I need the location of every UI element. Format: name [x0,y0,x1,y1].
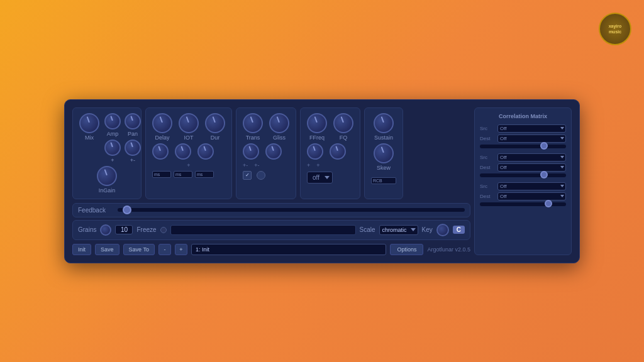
logo-line2: music [609,29,622,35]
delay-plus: + [152,162,225,168]
delay2-knob-group [152,143,169,160]
corr-row-1-dest: Dest Off [480,134,566,143]
pan-knob[interactable] [125,113,141,129]
mix-knob[interactable] [79,113,99,133]
fq-knob[interactable] [333,113,353,133]
delay-unit1[interactable]: ms [152,171,171,178]
plus-label: + [111,157,114,163]
corr-dest-label-1: Dest [480,136,495,141]
delay-unit3[interactable]: ms [195,171,214,178]
corr-group-3: Src Off Dest Off [480,182,566,206]
feedback-grains-area: Feedback Grains 10 Freeze [72,203,470,240]
gliss2-knob[interactable] [265,143,282,160]
ffreq2-knob[interactable] [307,143,323,160]
scale-label: Scale [360,226,375,233]
ffreq-knob-group: FFreq [307,113,327,141]
ingain-knob[interactable] [97,166,117,186]
trans-knob[interactable] [243,113,263,133]
corr-dest-dropdown-3[interactable]: Off [497,192,566,200]
gliss2-knob-group [265,143,282,160]
corr-row-3-src: Src Off [480,182,566,190]
iot-knob[interactable] [179,113,199,133]
ingain2-knob[interactable] [104,140,121,156]
corr-slider-thumb-2[interactable] [540,171,548,178]
dur2-knob-group [197,143,214,160]
corr-group-2: Src Off Dest Off [480,153,566,177]
trans-knob-group: Trans [243,113,263,141]
corr-slider-thumb-3[interactable] [545,200,552,207]
trans-circle[interactable] [257,171,265,180]
ingain3-knob[interactable] [125,140,141,156]
corr-dest-dropdown-2[interactable]: Off [497,163,566,172]
delay2-knob[interactable] [152,143,169,160]
ffreq-plus: + [307,162,310,168]
feedback-slider-thumb[interactable] [123,206,131,214]
ffreq2-knob-group [307,143,323,160]
sustain-knob[interactable] [374,113,394,133]
grains-bar [170,225,356,235]
corr-row-3-dest: Dest Off [480,192,566,200]
ffreq-knob[interactable] [307,113,327,133]
trans2-knob[interactable] [243,143,259,160]
corr-slider-thumb-1[interactable] [540,142,548,150]
corr-src-label-2: Src [480,155,495,160]
save-button[interactable]: Save [95,244,119,255]
dur-knob[interactable] [205,113,225,133]
fq2-knob[interactable] [330,143,346,160]
skew-knob-group: Skew [374,143,394,171]
grains-label: Grains [78,226,96,233]
preset-dropdown[interactable]: 1: Init [191,244,387,255]
mix-label: Mix [85,134,94,141]
save-to-button[interactable]: Save To [123,244,155,255]
corr-src-dropdown-3[interactable]: Off [497,182,566,190]
grains-dial[interactable] [100,224,111,236]
corr-src-label-1: Src [480,126,495,131]
trans-section: Trans Gliss [236,107,296,199]
key-note[interactable]: C [453,226,465,234]
sustain-knob-group: Sustain [374,113,394,141]
mix-knob-group: Mix [79,113,99,141]
minus-button[interactable]: - [158,244,171,255]
feedback-label: Feedback [78,207,113,214]
trans-check[interactable]: ✓ [243,171,252,180]
iot2-knob-group [175,143,191,160]
rcb-dropdown[interactable]: RCB [371,177,396,184]
freeze-label: Freeze [136,226,156,233]
gliss-knob[interactable] [269,113,289,133]
delay-label: Delay [155,134,169,141]
corr-row-2-dest: Dest Off [480,163,566,172]
init-button[interactable]: Init [72,244,91,255]
trans2-knob-group [243,143,259,160]
corr-title: Correlation Matrix [480,113,566,119]
freeze-led[interactable] [160,227,167,233]
ffreq-off-dropdown[interactable]: off [307,172,333,184]
dur2-knob[interactable] [197,143,214,160]
iot2-knob[interactable] [175,143,191,160]
version-text: Argotlunar v2.0.5 [427,246,470,253]
key-dial[interactable] [436,224,449,236]
gliss-label: Gliss [273,134,286,141]
ingain3-knob-group: +- [125,140,141,163]
feedback-slider-track [118,208,465,212]
sustain-section: Sustain Skew RCB [364,107,403,199]
delay-unit2[interactable]: ms [174,171,192,178]
grains-value: 10 [115,225,133,234]
sustain-label: Sustain [374,134,393,141]
logo: xayiro music [599,13,631,45]
plugin-container: Mix Amp Pan [64,99,580,263]
skew-knob[interactable] [374,143,394,163]
corr-src-dropdown-1[interactable]: Off [497,124,566,133]
ingain-knob-group: InGain [79,166,135,194]
delay-section: Delay IOT Dur [145,107,232,199]
scale-dropdown[interactable]: chromatic [379,225,418,235]
iot-knob-group: IOT [179,113,199,141]
corr-dest-label-2: Dest [480,165,495,170]
bottom-bar: Init Save Save To - + 1: Init Options Ar… [72,244,470,255]
corr-dest-dropdown-1[interactable]: Off [497,134,566,143]
options-button[interactable]: Options [390,244,423,255]
amp-knob[interactable] [104,113,121,129]
delay-knob[interactable] [152,113,172,133]
plus-button[interactable]: + [175,244,187,255]
gliss-plus: +- [254,162,259,168]
corr-src-dropdown-2[interactable]: Off [497,153,566,162]
